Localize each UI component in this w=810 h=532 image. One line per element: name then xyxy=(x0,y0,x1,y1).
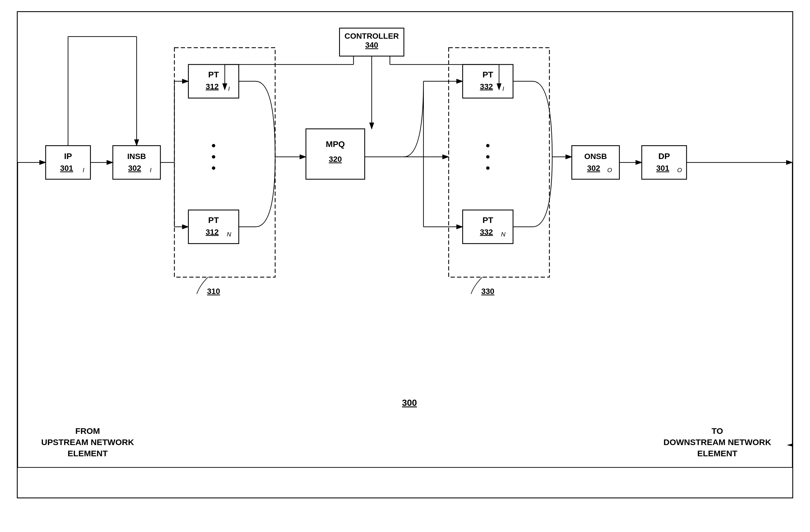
pt-332i-number: 332 xyxy=(480,82,493,91)
insb-subscript: I xyxy=(150,166,151,174)
pt-332n-number: 332 xyxy=(480,228,493,237)
pt-312n-number: 312 xyxy=(206,228,219,237)
svg-point-11 xyxy=(212,166,215,170)
svg-rect-18 xyxy=(572,146,619,179)
svg-point-15 xyxy=(486,144,489,147)
onsb-subscript: O xyxy=(607,166,612,174)
pt-312i-label: PT xyxy=(208,70,219,79)
insb-label: INSB xyxy=(127,152,146,161)
bottom-right-label-line2: DOWNSTREAM NETWORK xyxy=(664,437,771,447)
svg-point-16 xyxy=(486,155,489,159)
pt-332n-label: PT xyxy=(482,215,493,225)
pt-332n-subscript: N xyxy=(501,231,505,238)
controller-number: 340 xyxy=(365,41,378,49)
svg-point-10 xyxy=(212,155,215,159)
svg-marker-53 xyxy=(787,444,792,447)
pt-332i-subscript: I xyxy=(502,85,504,92)
bottom-left-label-line1: FROM xyxy=(75,426,100,436)
svg-rect-19 xyxy=(642,146,686,179)
svg-rect-12 xyxy=(306,129,365,179)
svg-rect-5 xyxy=(46,146,91,179)
bottom-left-label-line2: UPSTREAM NETWORK xyxy=(41,437,134,447)
pt-312n-subscript: N xyxy=(227,231,231,238)
ip-subscript: I xyxy=(82,166,84,174)
onsb-number: 302 xyxy=(587,164,600,173)
dp-label: DP xyxy=(658,151,670,161)
mpq-label: MPQ xyxy=(326,139,345,149)
bottom-right-label-line1: TO xyxy=(712,426,723,436)
group-330-number: 330 xyxy=(481,287,495,295)
pt-312n-label: PT xyxy=(208,215,219,225)
ip-number: 301 xyxy=(60,164,73,173)
mpq-number: 320 xyxy=(329,155,342,163)
group-310-number: 310 xyxy=(207,287,220,295)
diagram-container: CONTROLLER 340 IP 301 I INSB 302 I PT 31… xyxy=(17,11,793,498)
insb-number: 302 xyxy=(128,164,141,173)
onsb-label: ONSB xyxy=(584,152,607,161)
pt-312i-subscript: I xyxy=(228,85,230,92)
svg-point-17 xyxy=(486,166,489,170)
dp-subscript: O xyxy=(677,166,682,174)
pt-312i-number: 312 xyxy=(206,82,219,91)
bottom-right-label-line3: ELEMENT xyxy=(697,449,738,458)
dp-number: 301 xyxy=(656,164,669,173)
controller-label: CONTROLLER xyxy=(344,32,399,41)
svg-point-9 xyxy=(212,144,215,147)
ip-label: IP xyxy=(64,151,72,161)
system-number: 300 xyxy=(402,398,417,408)
pt-332i-label: PT xyxy=(482,70,493,79)
svg-rect-6 xyxy=(113,146,160,179)
bottom-left-label-line3: ELEMENT xyxy=(68,449,108,458)
